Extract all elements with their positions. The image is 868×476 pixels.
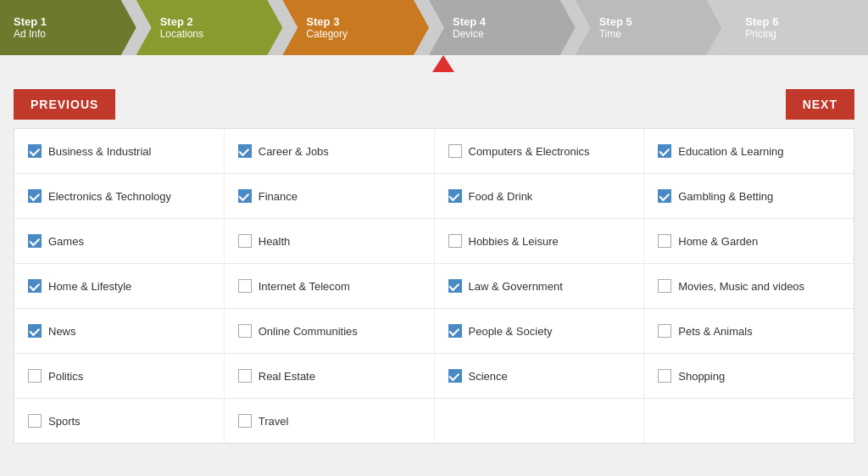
category-row: NewsOnline CommunitiesPeople & SocietyPe… (14, 309, 854, 354)
category-label-real-estate: Real Estate (259, 370, 315, 383)
category-label-career: Career & Jobs (259, 145, 329, 158)
category-cell: Law & Government (435, 264, 645, 308)
category-label-computers: Computers & Electronics (469, 145, 590, 158)
category-cell: Home & Garden (644, 219, 854, 263)
checkbox-home-lifestyle[interactable] (28, 279, 42, 293)
category-label-hobbies: Hobbies & Leisure (469, 235, 559, 248)
step-6[interactable]: Step 6 Pricing (721, 0, 868, 55)
checkbox-news[interactable] (28, 324, 42, 338)
category-cell: Pets & Animals (644, 309, 854, 353)
category-cell: People & Society (435, 309, 645, 353)
step2-label: Locations (160, 28, 203, 40)
checkbox-science[interactable] (448, 369, 462, 383)
category-label-science: Science (469, 370, 508, 383)
step6-label: Pricing (745, 28, 778, 40)
category-cell: Home & Lifestyle (14, 264, 225, 308)
category-cell (435, 399, 645, 443)
step4-num: Step 4 (453, 15, 486, 28)
category-label-education: Education & Learning (678, 145, 783, 158)
checkbox-movies[interactable] (658, 279, 671, 293)
checkbox-education[interactable] (658, 144, 671, 158)
category-label-pets: Pets & Animals (678, 325, 752, 338)
checkbox-health[interactable] (238, 234, 252, 248)
category-label-home-garden: Home & Garden (678, 235, 758, 248)
category-label-gambling: Gambling & Betting (678, 190, 773, 203)
step6-num: Step 6 (745, 15, 778, 28)
checkbox-gambling[interactable] (658, 189, 671, 203)
next-button[interactable]: NEXT (786, 89, 854, 120)
category-cell: Games (14, 219, 225, 263)
category-row: GamesHealthHobbies & LeisureHome & Garde… (14, 219, 854, 264)
progress-bar: Step 1 Ad Info Step 2 Locations Step 3 C… (0, 0, 868, 55)
checkbox-internet[interactable] (238, 279, 252, 293)
category-cell: News (14, 309, 225, 353)
category-cell: Computers & Electronics (435, 129, 645, 173)
category-label-home-lifestyle: Home & Lifestyle (48, 280, 131, 293)
category-label-business: Business & Industrial (48, 145, 151, 158)
button-row: PREVIOUS NEXT (0, 81, 868, 128)
checkbox-electronics[interactable] (28, 189, 42, 203)
category-label-internet: Internet & Telecom (259, 280, 350, 293)
category-cell: Online Communities (225, 309, 435, 353)
step-2[interactable]: Step 2 Locations (136, 0, 283, 55)
step1-label: Ad Info (14, 28, 47, 40)
category-cell: Electronics & Technology (14, 174, 225, 218)
checkbox-sports[interactable] (28, 414, 42, 428)
checkbox-pets[interactable] (658, 324, 671, 338)
category-row: Business & IndustrialCareer & JobsComput… (14, 129, 854, 174)
category-label-games: Games (48, 235, 84, 248)
category-cell: Career & Jobs (225, 129, 435, 173)
category-label-shopping: Shopping (678, 370, 725, 383)
category-cell: Health (225, 219, 435, 263)
step3-label: Category (306, 28, 348, 40)
checkbox-people[interactable] (448, 324, 462, 338)
category-cell: Real Estate (225, 354, 435, 398)
checkbox-real-estate[interactable] (238, 369, 252, 383)
checkbox-home-garden[interactable] (658, 234, 671, 248)
category-cell: Travel (225, 399, 435, 443)
category-cell: Food & Drink (435, 174, 645, 218)
checkbox-finance[interactable] (238, 189, 252, 203)
checkbox-games[interactable] (28, 234, 42, 248)
category-cell: Gambling & Betting (644, 174, 854, 218)
checkbox-shopping[interactable] (658, 369, 671, 383)
category-label-people: People & Society (469, 325, 553, 338)
category-row: SportsTravel (14, 399, 854, 443)
category-cell: Education & Learning (644, 129, 854, 173)
category-label-travel: Travel (259, 415, 289, 428)
category-cell: Politics (14, 354, 225, 398)
category-cell: Internet & Telecom (225, 264, 435, 308)
category-label-law: Law & Government (469, 280, 563, 293)
step2-num: Step 2 (160, 15, 203, 28)
step5-label: Time (599, 28, 632, 40)
category-row: Electronics & TechnologyFinanceFood & Dr… (14, 174, 854, 219)
step-5[interactable]: Step 5 Time (576, 0, 722, 55)
step3-arrow (432, 55, 454, 72)
category-label-online-communities: Online Communities (259, 325, 358, 338)
checkbox-law[interactable] (448, 279, 462, 293)
checkbox-hobbies[interactable] (448, 234, 462, 248)
checkbox-career[interactable] (238, 144, 252, 158)
category-label-news: News (48, 325, 76, 338)
step4-label: Device (453, 28, 486, 40)
step-3[interactable]: Step 3 Category (282, 0, 429, 55)
checkbox-online-communities[interactable] (238, 324, 252, 338)
checkbox-computers[interactable] (448, 144, 462, 158)
category-cell: Finance (225, 174, 435, 218)
checkbox-politics[interactable] (28, 369, 42, 383)
step-1[interactable]: Step 1 Ad Info (0, 0, 136, 55)
step3-num: Step 3 (306, 15, 348, 28)
step1-num: Step 1 (14, 15, 47, 28)
category-label-health: Health (259, 235, 291, 248)
checkbox-business[interactable] (28, 144, 42, 158)
category-label-finance: Finance (259, 190, 298, 203)
checkbox-food[interactable] (448, 189, 462, 203)
category-label-movies: Movies, Music and videos (678, 280, 804, 293)
step-4[interactable]: Step 4 Device (429, 0, 576, 55)
previous-button[interactable]: PREVIOUS (14, 89, 115, 120)
category-cell: Science (435, 354, 645, 398)
checkbox-travel[interactable] (238, 414, 252, 428)
category-cell: Sports (14, 399, 225, 443)
category-cell: Hobbies & Leisure (435, 219, 645, 263)
category-cell (644, 399, 854, 443)
